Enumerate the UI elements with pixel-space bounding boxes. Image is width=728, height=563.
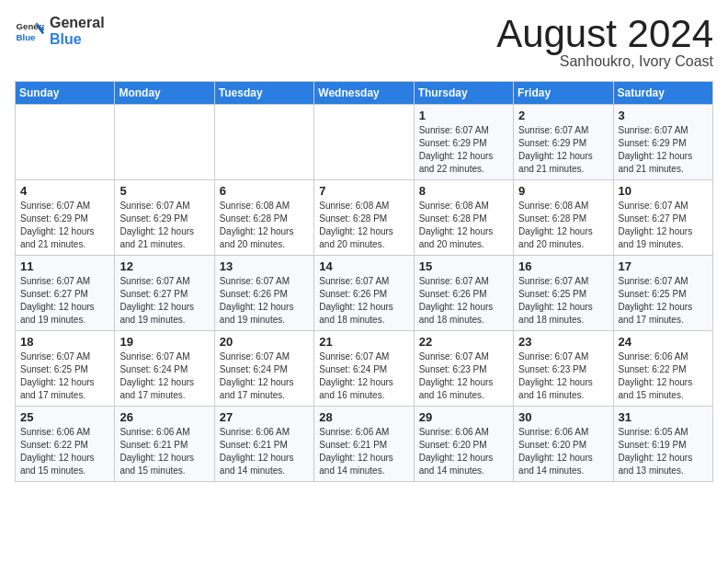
calendar-cell: 5Sunrise: 6:07 AM Sunset: 6:29 PM Daylig… bbox=[115, 180, 214, 256]
day-info: Sunrise: 6:07 AM Sunset: 6:27 PM Dayligh… bbox=[119, 275, 209, 327]
calendar-header: SundayMondayTuesdayWednesdayThursdayFrid… bbox=[16, 82, 713, 105]
day-number: 6 bbox=[220, 184, 309, 198]
calendar-cell: 26Sunrise: 6:06 AM Sunset: 6:21 PM Dayli… bbox=[115, 407, 214, 482]
day-number: 2 bbox=[518, 109, 608, 122]
day-number: 1 bbox=[419, 109, 508, 122]
day-number: 5 bbox=[119, 184, 209, 198]
weekday-saturday: Saturday bbox=[613, 82, 712, 105]
location-subtitle: Sanhoukro, Ivory Coast bbox=[496, 53, 713, 70]
calendar-cell: 2Sunrise: 6:07 AM Sunset: 6:29 PM Daylig… bbox=[514, 105, 613, 180]
calendar-week-3: 11Sunrise: 6:07 AM Sunset: 6:27 PM Dayli… bbox=[16, 256, 713, 331]
calendar-cell: 13Sunrise: 6:07 AM Sunset: 6:26 PM Dayli… bbox=[214, 256, 313, 331]
day-number: 16 bbox=[518, 259, 608, 273]
weekday-friday: Friday bbox=[514, 82, 613, 105]
day-number: 20 bbox=[220, 335, 309, 349]
day-number: 12 bbox=[119, 259, 209, 273]
calendar-cell: 3Sunrise: 6:07 AM Sunset: 6:29 PM Daylig… bbox=[613, 105, 712, 180]
day-number: 26 bbox=[119, 410, 209, 424]
day-info: Sunrise: 6:07 AM Sunset: 6:27 PM Dayligh… bbox=[619, 200, 708, 251]
calendar-week-2: 4Sunrise: 6:07 AM Sunset: 6:29 PM Daylig… bbox=[16, 180, 713, 256]
day-info: Sunrise: 6:08 AM Sunset: 6:28 PM Dayligh… bbox=[319, 200, 408, 251]
day-info: Sunrise: 6:06 AM Sunset: 6:22 PM Dayligh… bbox=[619, 350, 708, 402]
day-info: Sunrise: 6:06 AM Sunset: 6:21 PM Dayligh… bbox=[119, 426, 209, 477]
day-info: Sunrise: 6:07 AM Sunset: 6:29 PM Dayligh… bbox=[619, 124, 708, 176]
day-info: Sunrise: 6:08 AM Sunset: 6:28 PM Dayligh… bbox=[419, 200, 508, 251]
calendar-cell: 16Sunrise: 6:07 AM Sunset: 6:25 PM Dayli… bbox=[514, 256, 613, 331]
calendar-cell: 12Sunrise: 6:07 AM Sunset: 6:27 PM Dayli… bbox=[115, 256, 214, 331]
calendar-week-5: 25Sunrise: 6:06 AM Sunset: 6:22 PM Dayli… bbox=[16, 407, 713, 482]
weekday-header-row: SundayMondayTuesdayWednesdayThursdayFrid… bbox=[16, 82, 713, 105]
svg-text:Blue: Blue bbox=[17, 31, 36, 41]
day-info: Sunrise: 6:07 AM Sunset: 6:23 PM Dayligh… bbox=[518, 350, 608, 402]
calendar-cell: 21Sunrise: 6:07 AM Sunset: 6:24 PM Dayli… bbox=[314, 331, 414, 407]
page-header: General Blue General Blue August 2024 Sa… bbox=[15, 15, 713, 70]
calendar-cell: 10Sunrise: 6:07 AM Sunset: 6:27 PM Dayli… bbox=[613, 180, 712, 256]
day-info: Sunrise: 6:07 AM Sunset: 6:26 PM Dayligh… bbox=[220, 275, 309, 327]
day-info: Sunrise: 6:07 AM Sunset: 6:25 PM Dayligh… bbox=[20, 350, 109, 402]
calendar-week-4: 18Sunrise: 6:07 AM Sunset: 6:25 PM Dayli… bbox=[16, 331, 713, 407]
day-number: 8 bbox=[419, 184, 508, 198]
day-number: 25 bbox=[20, 410, 109, 424]
logo: General Blue General Blue bbox=[15, 15, 105, 47]
calendar-cell bbox=[214, 105, 313, 180]
month-title: August 2024 bbox=[496, 15, 713, 53]
day-info: Sunrise: 6:06 AM Sunset: 6:21 PM Dayligh… bbox=[319, 426, 408, 477]
calendar-cell: 1Sunrise: 6:07 AM Sunset: 6:29 PM Daylig… bbox=[414, 105, 513, 180]
day-number: 30 bbox=[518, 410, 608, 424]
day-number: 7 bbox=[319, 184, 408, 198]
day-number: 15 bbox=[419, 259, 508, 273]
calendar-cell bbox=[16, 105, 115, 180]
day-info: Sunrise: 6:07 AM Sunset: 6:27 PM Dayligh… bbox=[20, 275, 109, 327]
day-info: Sunrise: 6:07 AM Sunset: 6:24 PM Dayligh… bbox=[119, 350, 209, 402]
day-info: Sunrise: 6:07 AM Sunset: 6:29 PM Dayligh… bbox=[119, 200, 209, 251]
day-info: Sunrise: 6:06 AM Sunset: 6:20 PM Dayligh… bbox=[518, 426, 608, 477]
day-info: Sunrise: 6:05 AM Sunset: 6:19 PM Dayligh… bbox=[619, 426, 708, 477]
calendar-week-1: 1Sunrise: 6:07 AM Sunset: 6:29 PM Daylig… bbox=[16, 105, 713, 180]
calendar-cell: 22Sunrise: 6:07 AM Sunset: 6:23 PM Dayli… bbox=[414, 331, 513, 407]
day-number: 22 bbox=[419, 335, 508, 349]
day-info: Sunrise: 6:06 AM Sunset: 6:21 PM Dayligh… bbox=[220, 426, 309, 477]
day-info: Sunrise: 6:07 AM Sunset: 6:26 PM Dayligh… bbox=[419, 275, 508, 327]
weekday-monday: Monday bbox=[115, 82, 214, 105]
logo-icon: General Blue bbox=[15, 17, 44, 46]
weekday-thursday: Thursday bbox=[414, 82, 513, 105]
day-info: Sunrise: 6:07 AM Sunset: 6:29 PM Dayligh… bbox=[20, 200, 109, 251]
calendar-cell: 17Sunrise: 6:07 AM Sunset: 6:25 PM Dayli… bbox=[613, 256, 712, 331]
calendar-cell: 27Sunrise: 6:06 AM Sunset: 6:21 PM Dayli… bbox=[214, 407, 313, 482]
day-info: Sunrise: 6:07 AM Sunset: 6:29 PM Dayligh… bbox=[419, 124, 508, 176]
calendar-cell: 11Sunrise: 6:07 AM Sunset: 6:27 PM Dayli… bbox=[16, 256, 115, 331]
day-info: Sunrise: 6:07 AM Sunset: 6:23 PM Dayligh… bbox=[419, 350, 508, 402]
day-number: 21 bbox=[319, 335, 408, 349]
logo-blue: Blue bbox=[50, 31, 105, 48]
weekday-sunday: Sunday bbox=[16, 82, 115, 105]
calendar-cell: 20Sunrise: 6:07 AM Sunset: 6:24 PM Dayli… bbox=[214, 331, 313, 407]
day-number: 17 bbox=[619, 259, 708, 273]
day-number: 27 bbox=[220, 410, 309, 424]
title-area: August 2024 Sanhoukro, Ivory Coast bbox=[496, 15, 713, 70]
day-info: Sunrise: 6:07 AM Sunset: 6:26 PM Dayligh… bbox=[319, 275, 408, 327]
day-info: Sunrise: 6:06 AM Sunset: 6:22 PM Dayligh… bbox=[20, 426, 109, 477]
calendar-cell bbox=[314, 105, 414, 180]
calendar-cell: 30Sunrise: 6:06 AM Sunset: 6:20 PM Dayli… bbox=[514, 407, 613, 482]
calendar-cell: 7Sunrise: 6:08 AM Sunset: 6:28 PM Daylig… bbox=[314, 180, 414, 256]
day-number: 24 bbox=[619, 335, 708, 349]
day-info: Sunrise: 6:06 AM Sunset: 6:20 PM Dayligh… bbox=[419, 426, 508, 477]
day-info: Sunrise: 6:07 AM Sunset: 6:24 PM Dayligh… bbox=[319, 350, 408, 402]
day-number: 13 bbox=[220, 259, 309, 273]
calendar-cell: 28Sunrise: 6:06 AM Sunset: 6:21 PM Dayli… bbox=[314, 407, 414, 482]
calendar-cell: 14Sunrise: 6:07 AM Sunset: 6:26 PM Dayli… bbox=[314, 256, 414, 331]
calendar-cell: 9Sunrise: 6:08 AM Sunset: 6:28 PM Daylig… bbox=[514, 180, 613, 256]
day-number: 3 bbox=[619, 109, 708, 122]
day-info: Sunrise: 6:07 AM Sunset: 6:25 PM Dayligh… bbox=[619, 275, 708, 327]
calendar-cell: 15Sunrise: 6:07 AM Sunset: 6:26 PM Dayli… bbox=[414, 256, 513, 331]
calendar-cell: 25Sunrise: 6:06 AM Sunset: 6:22 PM Dayli… bbox=[16, 407, 115, 482]
day-number: 9 bbox=[518, 184, 608, 198]
day-number: 14 bbox=[319, 259, 408, 273]
weekday-tuesday: Tuesday bbox=[214, 82, 313, 105]
day-info: Sunrise: 6:07 AM Sunset: 6:25 PM Dayligh… bbox=[518, 275, 608, 327]
day-number: 10 bbox=[619, 184, 708, 198]
calendar-cell: 24Sunrise: 6:06 AM Sunset: 6:22 PM Dayli… bbox=[613, 331, 712, 407]
logo-general: General bbox=[50, 15, 105, 31]
day-number: 28 bbox=[319, 410, 408, 424]
day-info: Sunrise: 6:07 AM Sunset: 6:24 PM Dayligh… bbox=[220, 350, 309, 402]
